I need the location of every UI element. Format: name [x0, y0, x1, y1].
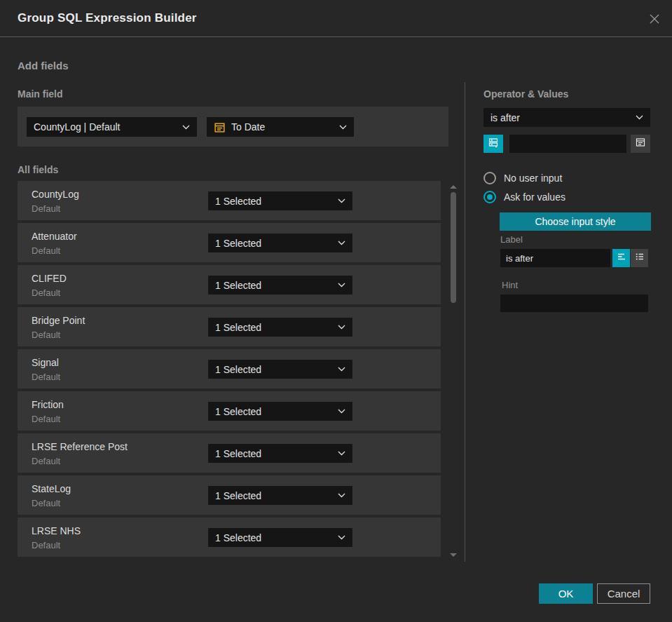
- chevron-down-icon: [338, 283, 345, 288]
- field-row: CountyLog Default 1 Selected: [18, 181, 441, 220]
- radio-circle-icon: [484, 172, 496, 184]
- choose-input-style-button[interactable]: Choose input style: [500, 212, 651, 231]
- main-field-dropdown-value: CountyLog | Default: [34, 121, 121, 133]
- chevron-down-icon: [338, 409, 345, 414]
- field-selected-dropdown-label: 1 Selected: [215, 490, 261, 501]
- field-selected-dropdown[interactable]: 1 Selected: [208, 234, 352, 252]
- field-name: CLIFED: [32, 273, 67, 284]
- field-selected-dropdown[interactable]: 1 Selected: [208, 318, 352, 337]
- label-input[interactable]: [500, 249, 610, 267]
- label-field-label: Label: [500, 234, 523, 245]
- radio-ask-for-values[interactable]: Ask for values: [484, 191, 565, 203]
- list-style-icon: [635, 252, 645, 264]
- dialog-header: Group SQL Expression Builder: [0, 0, 672, 37]
- radio-no-user-input-label: No user input: [504, 173, 562, 184]
- chevron-down-icon: [339, 125, 347, 130]
- field-row: LRSE NHS Default 1 Selected: [18, 518, 441, 557]
- field-selected-dropdown[interactable]: 1 Selected: [208, 191, 352, 210]
- field-subtitle: Default: [32, 498, 60, 508]
- field-subtitle: Default: [32, 203, 60, 214]
- field-name: Attenuator: [32, 231, 77, 242]
- operator-dropdown[interactable]: is after: [484, 108, 650, 127]
- close-icon[interactable]: [647, 11, 662, 27]
- field-name: LRSE NHS: [32, 525, 81, 536]
- main-field-label: Main field: [18, 88, 63, 100]
- field-selected-dropdown[interactable]: 1 Selected: [208, 276, 352, 295]
- field-selected-dropdown-label: 1 Selected: [215, 238, 261, 249]
- radio-circle-selected-icon: [484, 191, 496, 203]
- field-subtitle: Default: [32, 288, 60, 298]
- field-row: Signal Default 1 Selected: [18, 349, 441, 388]
- field-subtitle: Default: [32, 540, 60, 550]
- field-name: LRSE Reference Post: [32, 441, 128, 452]
- add-fields-heading: Add fields: [18, 60, 69, 72]
- field-selected-dropdown-label: 1 Selected: [215, 280, 261, 291]
- radio-no-user-input[interactable]: No user input: [484, 172, 562, 184]
- field-selected-dropdown-label: 1 Selected: [215, 406, 261, 417]
- input-style-list-toggle[interactable]: [631, 249, 648, 267]
- chevron-down-icon: [182, 125, 190, 130]
- panel-divider: [465, 82, 465, 562]
- field-selected-dropdown[interactable]: 1 Selected: [208, 360, 352, 379]
- field-row: Bridge Point Default 1 Selected: [18, 307, 441, 346]
- field-name: Bridge Point: [32, 315, 85, 326]
- cancel-button[interactable]: Cancel: [597, 583, 650, 604]
- hint-input[interactable]: [500, 295, 648, 312]
- scrollbar-thumb[interactable]: [451, 192, 456, 303]
- field-subtitle: Default: [32, 372, 60, 382]
- main-field-dropdown[interactable]: CountyLog | Default: [27, 117, 197, 137]
- field-selected-dropdown[interactable]: 1 Selected: [208, 486, 352, 505]
- scrollbar-down-arrow[interactable]: [450, 553, 457, 557]
- main-field-box: CountyLog | Default To Date: [18, 107, 448, 147]
- group-sql-expression-builder-dialog: Group SQL Expression Builder Add fields …: [0, 0, 672, 622]
- calendar-icon: [635, 137, 646, 151]
- field-row: LRSE Reference Post Default 1 Selected: [18, 433, 441, 473]
- operator-dropdown-value: is after: [491, 112, 520, 123]
- field-selected-dropdown-label: 1 Selected: [215, 448, 261, 459]
- operator-values-heading: Operator & Values: [484, 88, 568, 100]
- field-selected-dropdown[interactable]: 1 Selected: [208, 444, 352, 463]
- field-selected-dropdown-label: 1 Selected: [215, 532, 261, 543]
- all-fields-list: CountyLog Default 1 Selected Attenuator …: [18, 181, 441, 560]
- scrollbar-up-arrow[interactable]: [450, 185, 457, 189]
- field-selected-dropdown-label: 1 Selected: [215, 364, 261, 375]
- field-row: Friction Default 1 Selected: [18, 391, 441, 431]
- date-picker-button[interactable]: [631, 135, 650, 153]
- field-name: Friction: [32, 399, 64, 410]
- date-value-input[interactable]: [509, 135, 626, 153]
- field-subtitle: Default: [32, 456, 60, 466]
- hint-field-label: Hint: [502, 280, 518, 290]
- chevron-down-icon: [636, 115, 643, 120]
- chevron-down-icon: [338, 367, 345, 372]
- radio-ask-for-values-label: Ask for values: [504, 191, 565, 203]
- field-selected-dropdown[interactable]: 1 Selected: [208, 528, 352, 547]
- chevron-down-icon: [338, 198, 345, 203]
- field-selected-dropdown-label: 1 Selected: [215, 322, 261, 333]
- chevron-down-icon: [338, 451, 345, 456]
- field-selected-dropdown-label: 1 Selected: [215, 196, 261, 207]
- stacked-values-icon: [488, 137, 499, 151]
- all-fields-label: All fields: [18, 164, 58, 175]
- ok-button[interactable]: OK: [539, 583, 593, 604]
- value-input-type-button[interactable]: [484, 135, 503, 153]
- field-name: Signal: [32, 357, 59, 368]
- main-field-type-dropdown[interactable]: To Date: [207, 117, 354, 137]
- align-left-icon: [617, 252, 626, 264]
- field-row: Attenuator Default 1 Selected: [18, 223, 441, 262]
- chevron-down-icon: [338, 325, 345, 330]
- field-row: CLIFED Default 1 Selected: [18, 265, 441, 304]
- calendar-icon: [214, 121, 226, 133]
- field-subtitle: Default: [32, 330, 60, 340]
- main-field-type-value: To Date: [231, 121, 265, 133]
- field-name: CountyLog: [32, 189, 79, 200]
- chevron-down-icon: [338, 493, 345, 498]
- field-subtitle: Default: [32, 414, 60, 424]
- field-row: StateLog Default 1 Selected: [18, 475, 441, 515]
- chevron-down-icon: [338, 241, 345, 245]
- field-subtitle: Default: [32, 245, 60, 256]
- field-name: StateLog: [32, 483, 71, 494]
- dialog-title: Group SQL Expression Builder: [18, 0, 197, 36]
- chevron-down-icon: [338, 535, 345, 540]
- input-style-single-toggle[interactable]: [612, 249, 630, 267]
- field-selected-dropdown[interactable]: 1 Selected: [208, 402, 352, 421]
